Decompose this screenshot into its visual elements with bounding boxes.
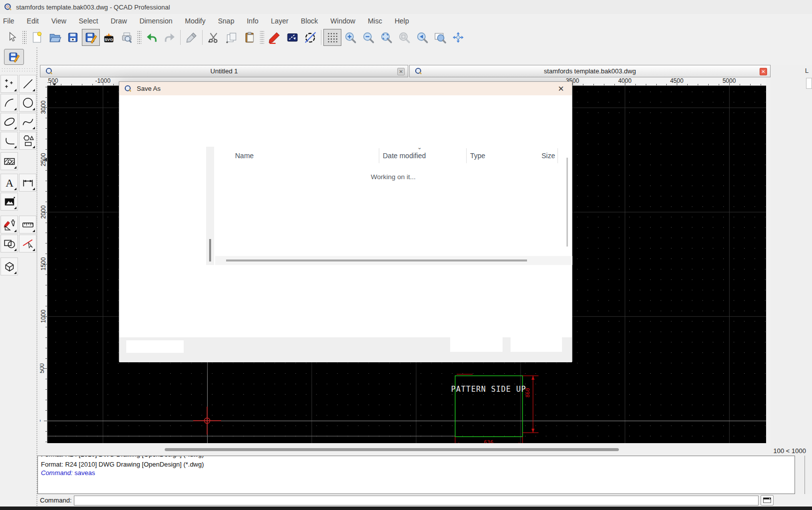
menu-item-snap[interactable]: Snap	[218, 17, 235, 25]
menu-item-draw[interactable]: Draw	[111, 17, 127, 25]
column-header-date-modified[interactable]: Date modified	[383, 152, 426, 160]
shape-tool-button[interactable]	[19, 132, 36, 150]
text-tool-button[interactable]: A	[0, 174, 18, 192]
auto-zoom-button[interactable]	[377, 29, 395, 46]
spline-tool-button[interactable]	[19, 113, 36, 131]
ellipse-tool-button[interactable]	[0, 113, 18, 131]
filetype-field-placeholder[interactable]	[126, 340, 184, 353]
menu-item-modify[interactable]: Modify	[185, 17, 206, 25]
file-list-v-scrollbar[interactable]	[566, 158, 568, 247]
zoom-out-button[interactable]	[359, 29, 377, 46]
drawing-preferences-button[interactable]	[283, 29, 301, 46]
ruler-tick	[45, 223, 47, 223]
edit-pencil-button[interactable]	[266, 29, 283, 46]
modify-tool-button[interactable]	[0, 235, 18, 253]
selection-pointer-button[interactable]	[3, 29, 21, 46]
column-header-size[interactable]: Size	[541, 152, 555, 160]
dialog-title-bar[interactable]: Save As ✕	[119, 82, 572, 95]
snap-tool-button[interactable]	[19, 235, 36, 253]
menu-item-info[interactable]: Info	[247, 17, 258, 25]
nav-pane-scrollbar[interactable]	[206, 147, 214, 265]
tab-close-icon[interactable]: ✕	[760, 68, 767, 75]
zoom-selection-button[interactable]	[395, 29, 413, 46]
cut-button[interactable]	[205, 29, 223, 46]
column-separator[interactable]	[379, 148, 379, 163]
ruler-tick	[92, 84, 93, 85]
ruler-tick	[45, 358, 47, 359]
line-tool-button[interactable]	[19, 75, 36, 93]
points-icon	[3, 77, 16, 90]
ruler-tick	[113, 84, 114, 85]
redo-button[interactable]	[161, 29, 179, 46]
circle-icon	[21, 96, 34, 109]
measure-tool-button[interactable]	[19, 216, 36, 234]
svg-export-button[interactable]: SVG	[100, 29, 118, 46]
circle-tool-button[interactable]	[19, 94, 36, 112]
menu-item-window[interactable]: Window	[330, 17, 355, 25]
tab-close-icon[interactable]: ✕	[397, 68, 405, 75]
cancel-button-placeholder[interactable]	[511, 337, 562, 352]
menu-item-help[interactable]: Help	[395, 17, 409, 25]
solid-box-tool-button[interactable]	[0, 257, 18, 275]
new-file-button[interactable]	[28, 29, 46, 46]
polyline-tool-button[interactable]	[0, 132, 18, 150]
menu-item-view[interactable]: View	[51, 17, 66, 25]
text-icon: A	[3, 176, 16, 189]
menu-item-dimension[interactable]: Dimension	[139, 17, 172, 25]
menu-item-edit[interactable]: Edit	[27, 17, 39, 25]
tab-untitled-1[interactable]: Untitled 1 ✕	[40, 65, 408, 77]
save-button-placeholder[interactable]	[450, 337, 503, 352]
scrollbar-handle[interactable]	[165, 448, 619, 451]
scrollbar-handle[interactable]	[209, 239, 211, 261]
menu-item-block[interactable]: Block	[301, 17, 318, 25]
pan-button[interactable]	[449, 29, 467, 46]
ruler-tick	[45, 243, 47, 244]
column-separator[interactable]	[466, 148, 467, 163]
command-input[interactable]	[74, 496, 759, 506]
menu-item-file[interactable]: File	[3, 17, 14, 25]
ruler-tick	[45, 170, 47, 171]
undo-button[interactable]	[143, 29, 161, 46]
previous-view-button[interactable]	[413, 29, 431, 46]
ellipse-icon	[3, 115, 16, 128]
menu-item-misc[interactable]: Misc	[368, 17, 382, 25]
dimension-tool-button[interactable]	[19, 174, 36, 192]
column-separator[interactable]	[557, 148, 558, 163]
tab-stamfords-template[interactable]: stamfords template.bak003.dwg ✕	[409, 65, 771, 77]
column-header-name[interactable]: Name	[235, 152, 254, 160]
open-file-button[interactable]	[46, 29, 64, 46]
canvas-h-scrollbar[interactable]	[47, 446, 766, 453]
grid-toggle-button[interactable]	[323, 29, 341, 46]
file-list-h-scrollbar[interactable]	[215, 256, 572, 265]
arc-tool-button[interactable]	[0, 94, 18, 112]
menu-item-select[interactable]: Select	[79, 17, 98, 25]
command-prompt-label: Command:	[40, 497, 72, 504]
column-header-type[interactable]: Type	[470, 152, 485, 160]
image-tool-button[interactable]	[0, 193, 18, 211]
palette-drag-handle[interactable]	[1, 67, 35, 71]
dialog-close-icon[interactable]: ✕	[556, 84, 566, 94]
zoom-in-button[interactable]	[341, 29, 359, 46]
ruler-corner	[40, 77, 47, 86]
ruler-tick	[71, 84, 72, 85]
command-history[interactable]: Format: R24 [2010] DWG Drawing [OpenDesi…	[37, 456, 795, 494]
points-tool-button[interactable]	[0, 75, 18, 93]
menu-item-layer[interactable]: Layer	[271, 17, 288, 25]
eraser-button[interactable]	[183, 29, 201, 46]
zoom-window-button[interactable]	[431, 29, 449, 46]
draft-mode-button[interactable]	[301, 29, 319, 46]
save-as-dialog: Save As ✕ Name ⌄ Date modified Type Size…	[119, 81, 572, 362]
save-button[interactable]	[64, 29, 82, 46]
v-ruler-label: 3000	[40, 101, 47, 114]
print-preview-button[interactable]	[118, 29, 136, 46]
save-as-tool-button[interactable]	[4, 49, 24, 65]
paste-button[interactable]	[241, 29, 259, 46]
drafting-tools-button[interactable]	[0, 216, 18, 234]
scrollbar-handle[interactable]	[226, 259, 527, 261]
hatch-tool-button[interactable]	[0, 152, 18, 170]
toggle-command-widget-button[interactable]	[761, 495, 774, 506]
history-splitter[interactable]	[805, 456, 805, 494]
copy-button[interactable]	[223, 29, 241, 46]
save-as-button[interactable]	[82, 29, 100, 46]
pan-icon	[452, 31, 465, 44]
